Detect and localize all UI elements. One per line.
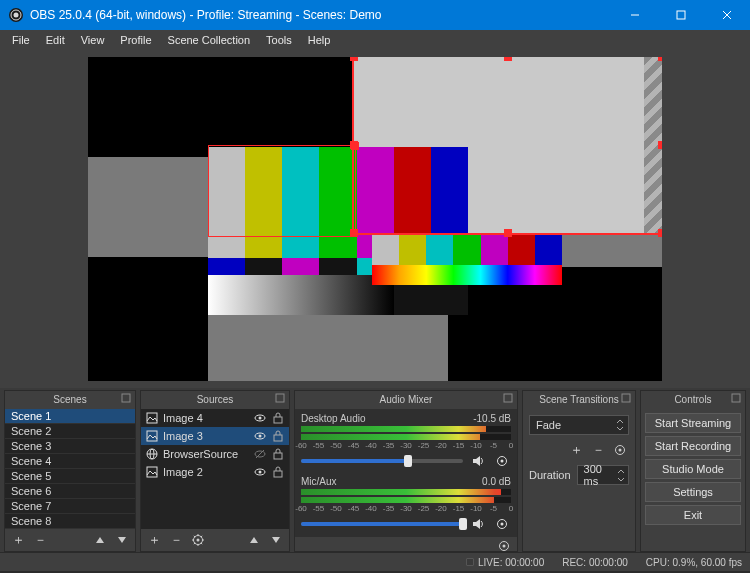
svg-rect-8 [276, 394, 284, 402]
window-maximize-button[interactable] [658, 0, 704, 30]
scene-item[interactable]: Scene 7 [5, 499, 135, 514]
scene-list[interactable]: Scene 1Scene 2Scene 3Scene 4Scene 5Scene… [5, 409, 135, 529]
transition-duration-label: Duration [529, 469, 571, 481]
visibility-toggle[interactable] [253, 429, 267, 443]
scene-item[interactable]: Scene 6 [5, 484, 135, 499]
source-label: Image 2 [163, 466, 249, 478]
transition-duration-input[interactable]: 300 ms [577, 465, 629, 485]
duration-step-up[interactable] [616, 468, 626, 475]
source-properties-button[interactable] [189, 531, 207, 549]
statusbar: LIVE: 00:00:00 REC: 00:00:00 CPU: 0.9%, … [0, 552, 750, 571]
svg-rect-4 [677, 11, 685, 19]
scene-item[interactable]: Scene 1 [5, 409, 135, 424]
volume-fader[interactable] [301, 522, 463, 526]
lock-toggle[interactable] [271, 447, 285, 461]
scene-item[interactable]: Scene 5 [5, 469, 135, 484]
scene-item[interactable]: Scene 4 [5, 454, 135, 469]
transition-properties-button[interactable] [611, 441, 629, 459]
window-minimize-button[interactable] [612, 0, 658, 30]
settings-button[interactable]: Settings [645, 482, 741, 502]
lock-toggle[interactable] [271, 465, 285, 479]
scene-item[interactable]: Scene 2 [5, 424, 135, 439]
scenes-dock-title: Scenes [5, 391, 135, 409]
source-move-down-button[interactable] [267, 531, 285, 549]
scene-remove-button[interactable]: － [31, 531, 49, 549]
scene-move-down-button[interactable] [113, 531, 131, 549]
preview-canvas[interactable] [88, 57, 662, 381]
preview-area[interactable] [0, 50, 750, 388]
svg-point-25 [259, 471, 262, 474]
visibility-toggle[interactable] [253, 411, 267, 425]
start-recording-button[interactable]: Start Recording [645, 436, 741, 456]
transition-current-label: Fade [536, 419, 561, 431]
selection-outline[interactable] [352, 57, 662, 235]
menu-file[interactable]: File [4, 32, 38, 48]
transition-duration-value: 300 ms [584, 463, 616, 487]
visibility-toggle[interactable] [253, 465, 267, 479]
controls-popout-icon[interactable] [731, 393, 743, 405]
vu-meter [301, 426, 511, 432]
channel-db: -10.5 dB [473, 413, 511, 424]
mixer-title-label: Audio Mixer [380, 394, 433, 405]
transitions-popout-icon[interactable] [621, 393, 633, 405]
mixer-popout-icon[interactable] [503, 393, 515, 405]
svg-point-39 [501, 460, 504, 463]
source-label: BrowserSource [163, 448, 249, 460]
vu-meter [301, 497, 511, 503]
window-close-button[interactable] [704, 0, 750, 30]
visibility-toggle[interactable] [253, 447, 267, 461]
volume-fader[interactable] [301, 459, 463, 463]
menu-view[interactable]: View [73, 32, 113, 48]
svg-point-11 [259, 417, 262, 420]
lock-toggle[interactable] [271, 411, 285, 425]
svg-point-46 [619, 449, 622, 452]
duration-step-down[interactable] [616, 476, 626, 483]
source-add-button[interactable]: ＋ [145, 531, 163, 549]
studio-mode-button[interactable]: Studio Mode [645, 459, 741, 479]
start-streaming-button[interactable]: Start Streaming [645, 413, 741, 433]
menu-profile[interactable]: Profile [112, 32, 159, 48]
scenes-title-label: Scenes [53, 394, 86, 405]
source-browser-preview[interactable] [372, 235, 562, 285]
image-icon [145, 411, 159, 425]
source-item[interactable]: Image 3 [141, 427, 289, 445]
source-remove-button[interactable]: － [167, 531, 185, 549]
mixer-dock-title: Audio Mixer [295, 391, 517, 409]
menu-scene-collection[interactable]: Scene Collection [160, 32, 259, 48]
mixer-channel: Desktop Audio-10.5 dB-60-55-50-45-40-35-… [301, 413, 511, 470]
vu-meter [301, 434, 511, 440]
menubar: File Edit View Profile Scene Collection … [0, 30, 750, 50]
app-icon [8, 7, 24, 23]
controls-title-label: Controls [674, 394, 711, 405]
gear-icon[interactable] [493, 515, 511, 533]
speaker-icon[interactable] [469, 452, 487, 470]
transition-select[interactable]: Fade [529, 415, 629, 435]
gear-icon[interactable] [493, 452, 511, 470]
scene-add-button[interactable]: ＋ [9, 531, 27, 549]
source-item[interactable]: BrowserSource [141, 445, 289, 463]
controls-dock: Controls Start StreamingStart RecordingS… [640, 390, 746, 552]
scenes-popout-icon[interactable] [121, 393, 133, 405]
scenes-dock: Scenes Scene 1Scene 2Scene 3Scene 4Scene… [4, 390, 136, 552]
scene-item[interactable]: Scene 8 [5, 514, 135, 529]
source-list[interactable]: Image 4Image 3BrowserSourceImage 2 [141, 409, 289, 529]
scene-item[interactable]: Scene 3 [5, 439, 135, 454]
menu-help[interactable]: Help [300, 32, 339, 48]
scene-move-up-button[interactable] [91, 531, 109, 549]
sources-title-label: Sources [197, 394, 234, 405]
svg-point-43 [503, 545, 506, 548]
menu-edit[interactable]: Edit [38, 32, 73, 48]
docks-row: Scenes Scene 1Scene 2Scene 3Scene 4Scene… [0, 388, 750, 552]
source-move-up-button[interactable] [245, 531, 263, 549]
exit-button[interactable]: Exit [645, 505, 741, 525]
mixer-settings-button[interactable] [495, 537, 513, 551]
lock-toggle[interactable] [271, 429, 285, 443]
menu-tools[interactable]: Tools [258, 32, 300, 48]
transition-remove-button[interactable]: － [589, 441, 607, 459]
sources-popout-icon[interactable] [275, 393, 287, 405]
source-item[interactable]: Image 4 [141, 409, 289, 427]
transition-add-button[interactable]: ＋ [567, 441, 585, 459]
speaker-icon[interactable] [469, 515, 487, 533]
controls-dock-title: Controls [641, 391, 745, 409]
source-item[interactable]: Image 2 [141, 463, 289, 481]
